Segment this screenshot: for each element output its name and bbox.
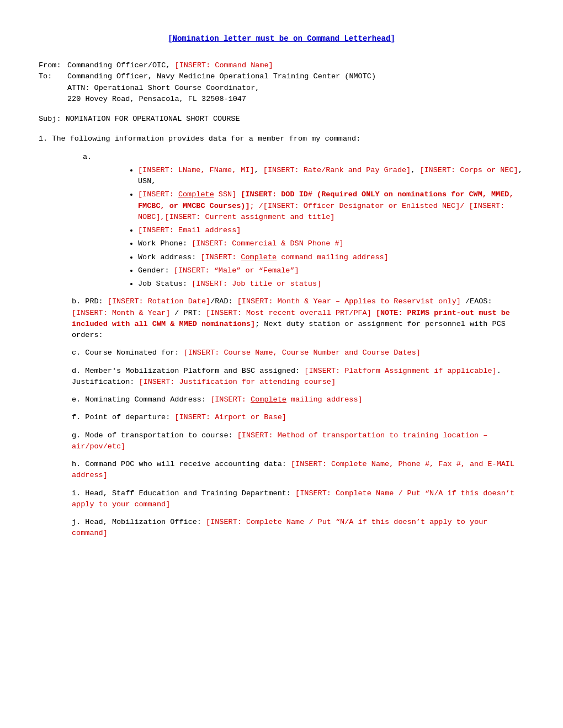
a-label: a. [83, 152, 524, 163]
from-label: From: [39, 60, 65, 71]
bullet-item-1: [INSERT: LName, FName, MI], [INSERT: Rat… [138, 165, 524, 188]
para-d-insert1: [INSERT: Platform Assignment if applicab… [304, 367, 496, 375]
bullet7-pre: Job Status: [138, 280, 192, 288]
para-b: b. PRD: [INSERT: Rotation Date]/RAD: [IN… [72, 296, 524, 341]
bullet-item-5: Work address: [INSERT: Complete command … [138, 252, 524, 263]
para-d-insert2: [INSERT: Justification for attending cou… [139, 378, 336, 386]
from-line: From: Commanding Officer/OIC, [INSERT: C… [39, 60, 524, 71]
bullet6-insert: [INSERT: “Male” or “Female”] [174, 266, 299, 275]
bullet5-insert1: [INSERT: [200, 253, 241, 261]
bullet5-pre: Work address: [138, 253, 200, 261]
page-container: [Nomination letter must be on Command Le… [39, 33, 524, 539]
para-f-label: f. Point of departure: [72, 413, 174, 421]
para-b-mid2: /EAOS: [461, 297, 492, 306]
to-label: To: [39, 71, 65, 105]
bullet6-pre: Gender: [138, 266, 174, 275]
para1: 1. The following information provides da… [39, 133, 524, 144]
para-e-end: mailing address] [286, 395, 363, 404]
header-section: From: Commanding Officer/OIC, [INSERT: C… [39, 60, 524, 105]
bullet3-insert: [INSERT: Email address] [138, 226, 241, 234]
para-g: g. Mode of transportation to course: [IN… [72, 430, 524, 453]
bullet-item-2: [INSERT: Complete SSN] [INSERT: DOD ID# … [138, 189, 524, 223]
subj-label: Subj: [39, 115, 61, 123]
para-b-insert4: [INSERT: Most recent overall PRT/PFA] [206, 309, 371, 317]
para-h-label: h. Command POC who will receive accounti… [72, 460, 291, 468]
bullet2-complete: Complete [178, 190, 214, 199]
para-c: c. Course Nominated for: [INSERT: Course… [72, 347, 524, 358]
para-b-insert3: [INSERT: Month & Year] [72, 309, 170, 317]
from-text: Commanding Officer/OIC, [67, 61, 174, 69]
para-c-insert: [INSERT: Course Name, Course Number and … [184, 349, 421, 357]
para-i-label: i. Head, Staff Education and Training De… [72, 489, 295, 497]
bullet1-insert2: [INSERT: Rate/Rank and Pay Grade] [263, 166, 411, 174]
bullet5-complete: Complete [241, 253, 277, 261]
bullet5-mid: command mailing address] [277, 253, 389, 261]
bullet4-pre: Work Phone: [138, 239, 192, 248]
para-e-complete: Complete [251, 395, 286, 404]
bullet-list: [INSERT: LName, FName, MI], [INSERT: Rat… [138, 165, 524, 290]
bullet2-mid: SSN] [214, 190, 241, 199]
para-j-label: j. Head, Mobilization Office: [72, 518, 206, 526]
subj-section: Subj: NOMINATION FOR OPERATIONAL SHORT C… [39, 114, 524, 125]
to-line: To: Commanding Officer, Navy Medicine Op… [39, 71, 524, 105]
bullet4-insert: [INSERT: Commercial & DSN Phone #] [192, 239, 343, 248]
to-line2: ATTN: Operational Short Course Coordinat… [67, 83, 524, 94]
from-insert: [INSERT: Command Name] [174, 61, 273, 69]
bullet1-insert1: [INSERT: LName, FName, MI] [138, 166, 254, 174]
para-b-mid1: /RAD: [210, 297, 237, 306]
bullet-item-6: Gender: [INSERT: “Male” or “Female”] [138, 265, 524, 276]
bullet1-mid1: , [254, 166, 263, 174]
para-f-insert: [INSERT: Airport or Base] [174, 413, 286, 421]
bullet1-mid2: , [411, 166, 419, 174]
para-e: e. Nominating Command Address: [INSERT: … [72, 394, 524, 405]
bullet1-insert3: [INSERT: Corps or NEC] [419, 166, 518, 174]
to-content: Commanding Officer, Navy Medicine Operat… [67, 71, 524, 105]
to-line3: 220 Hovey Road, Pensacola, FL 32508-1047 [67, 94, 524, 105]
para-e-label: e. Nominating Command Address: [72, 395, 210, 404]
para-b-label: b. PRD: [72, 297, 108, 306]
para-i: i. Head, Staff Education and Training De… [72, 488, 524, 511]
bullet-item-7: Job Status: [INSERT: Job title or status… [138, 279, 524, 290]
bullet-item-3: [INSERT: Email address] [138, 225, 524, 236]
page-title: [Nomination letter must be on Command Le… [39, 33, 524, 45]
subj-text: NOMINATION FOR OPERATIONAL SHORT COURSE [66, 115, 240, 123]
para-b-insert2: [INSERT: Month & Year – Applies to Reser… [237, 297, 461, 306]
para-g-label: g. Mode of transportation to course: [72, 431, 237, 440]
para-b-insert1: [INSERT: Rotation Date] [108, 297, 210, 306]
bullet-item-4: Work Phone: [INSERT: Commercial & DSN Ph… [138, 238, 524, 249]
para-d: d. Member's Mobilization Platform and BS… [72, 366, 524, 388]
para-e-insert1: [INSERT: [210, 395, 251, 404]
para-d-label: d. Member's Mobilization Platform and BS… [72, 367, 304, 375]
para-f: f. Point of departure: [INSERT: Airport … [72, 412, 524, 423]
bullet2-insert-start: [INSERT: [138, 190, 178, 199]
a-section: a. [INSERT: LName, FName, MI], [INSERT: … [83, 152, 524, 290]
para-b-mid3: / PRT: [170, 309, 206, 317]
to-line1: Commanding Officer, Navy Medicine Operat… [67, 71, 524, 82]
bullet7-insert: [INSERT: Job title or status] [192, 280, 321, 288]
para-c-label: c. Course Nominated for: [72, 349, 184, 357]
from-content: Commanding Officer/OIC, [INSERT: Command… [67, 60, 524, 71]
para-h: h. Command POC who will receive accounti… [72, 459, 524, 481]
para-j: j. Head, Mobilization Office: [INSERT: C… [72, 517, 524, 539]
